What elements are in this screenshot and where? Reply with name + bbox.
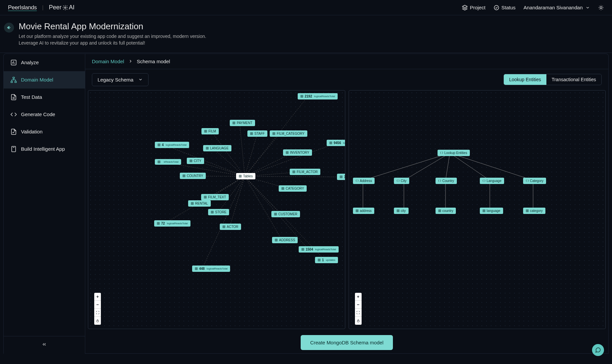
graph-stat-node[interactable]: kReadsTotal <box>155 159 181 165</box>
rocket-icon <box>10 146 17 152</box>
sidebar-item-test-data[interactable]: Test Data <box>4 89 85 106</box>
table-icon <box>482 209 485 212</box>
graph-node[interactable]: STAFF <box>247 130 267 137</box>
entity-node[interactable]: Country <box>436 178 457 184</box>
graph-node[interactable]: FILM_CATEGORY <box>270 130 307 137</box>
table-icon <box>232 121 235 124</box>
graph-node[interactable]: ACTOR <box>220 224 241 230</box>
chevron-down-icon <box>138 77 143 82</box>
svg-line-155 <box>450 153 533 180</box>
table-node[interactable]: language <box>480 208 503 214</box>
graph-stat-node[interactable]: 448logicalReadsTotal <box>192 266 230 272</box>
zoom-fit[interactable] <box>94 309 101 317</box>
graph-stat-node[interactable]: 1updates <box>315 257 338 263</box>
table-icon <box>397 209 400 212</box>
svg-line-45 <box>202 176 245 269</box>
zoom-lock[interactable] <box>355 317 362 325</box>
table-icon <box>281 187 284 190</box>
graph-node[interactable]: FILM <box>201 128 219 134</box>
braces-icon <box>397 179 400 182</box>
lookup-entities-panel[interactable]: Lookup Entities + − AddressCityCountryLa… <box>349 90 606 329</box>
table-icon <box>526 209 529 212</box>
entity-node[interactable]: Language <box>480 178 504 184</box>
graph-stat-node[interactable]: 11200 <box>337 174 345 180</box>
graph-edges <box>349 91 606 329</box>
graph-stat-node[interactable]: 1504logicalReadsTotal <box>299 246 339 253</box>
graph-stat-node[interactable]: 2192logicalReadsTotal <box>298 93 338 99</box>
zoom-in[interactable]: + <box>94 293 101 301</box>
table-icon <box>211 211 214 214</box>
braces-icon <box>438 179 441 182</box>
logo-peerai[interactable]: Peer AI <box>49 4 75 11</box>
zoom-fit[interactable] <box>355 309 362 317</box>
graph-stat-node[interactable]: 9456logicalRea <box>327 140 345 146</box>
zoom-out[interactable]: − <box>355 301 362 309</box>
root-node[interactable]: Lookup Entities <box>438 150 470 156</box>
svg-line-34 <box>245 176 281 214</box>
chat-fab[interactable] <box>592 344 604 356</box>
graph-node[interactable]: COUNTRY <box>180 173 206 179</box>
sidebar-collapse[interactable] <box>4 336 85 354</box>
entity-node[interactable]: Category <box>523 178 546 184</box>
topbar: PeerIslands | Peer AI Project Status Ana… <box>0 0 612 15</box>
graph-node[interactable]: INVENTORY <box>283 149 312 156</box>
zoom-out[interactable]: − <box>94 301 101 309</box>
table-node[interactable]: city <box>394 208 409 214</box>
svg-rect-11 <box>11 81 13 83</box>
back-button[interactable] <box>4 23 14 33</box>
graph-stat-node[interactable]: 4logicalReadsTotal <box>155 142 189 148</box>
graph-node[interactable]: LANGUAGE <box>203 145 231 151</box>
sidebar-item-analyze[interactable]: Analyze <box>4 54 85 71</box>
toggle-lookup-entities[interactable]: Lookup Entities <box>504 74 546 85</box>
theme-icon[interactable] <box>598 5 604 11</box>
gear-icon <box>62 5 68 11</box>
status-link[interactable]: Status <box>493 5 516 11</box>
graph-node[interactable]: CITY <box>187 158 204 164</box>
table-icon <box>340 175 343 178</box>
zoom-in[interactable]: + <box>355 293 362 301</box>
table-icon <box>157 143 160 146</box>
graph-node[interactable]: FILM_TEXT <box>201 194 229 200</box>
sidebar-item-label: Validation <box>21 129 43 134</box>
graph-node[interactable]: PAYMENT <box>230 120 255 126</box>
entity-node[interactable]: City <box>394 178 409 184</box>
svg-line-153 <box>446 153 450 180</box>
svg-line-23 <box>245 134 257 176</box>
graph-node[interactable]: CUSTOMER <box>271 211 300 217</box>
create-schema-button[interactable]: Create MongoDB Schema model <box>301 335 393 350</box>
svg-line-25 <box>213 148 245 176</box>
table-icon <box>250 132 253 135</box>
breadcrumb-domain-model[interactable]: Domain Model <box>92 59 124 64</box>
svg-line-26 <box>245 153 293 176</box>
legacy-schema-panel[interactable]: Tables + − PAYMENTFILMSTAFFFILM_CATEGORY… <box>88 90 345 329</box>
sidebar-item-domain-model[interactable]: Domain Model <box>4 71 85 89</box>
table-node[interactable]: address <box>353 208 375 214</box>
svg-line-24 <box>245 134 280 176</box>
toggle-transactional-entities[interactable]: Transactional Entities <box>546 74 601 85</box>
schema-dropdown[interactable]: Legacy Schema <box>92 73 149 86</box>
graph-center-node[interactable]: Tables <box>236 173 255 179</box>
sidebar-item-validation[interactable]: Validation <box>4 123 85 140</box>
zoom-lock[interactable] <box>94 317 101 325</box>
svg-marker-1 <box>462 5 467 8</box>
sidebar-item-build-intelligent-app[interactable]: Build Intelligent App <box>4 140 85 158</box>
graph-node[interactable]: CATEGORY <box>279 185 307 192</box>
table-node[interactable]: category <box>523 208 545 214</box>
graph-node[interactable]: ADDRESS <box>272 237 298 243</box>
svg-line-41 <box>245 176 345 177</box>
table-icon <box>318 259 321 262</box>
logo-peerislands[interactable]: PeerIslands <box>8 4 37 11</box>
graph-node[interactable]: RENTAL <box>188 200 211 207</box>
body: Analyze Domain Model Test Data Generate … <box>0 53 612 354</box>
graph-stat-node[interactable]: 72logicalReadsTotal <box>154 220 190 227</box>
entity-node[interactable]: Address <box>353 178 375 184</box>
table-node[interactable]: country <box>436 208 456 214</box>
graph-node[interactable]: STORE <box>208 209 229 215</box>
project-link[interactable]: Project <box>462 5 485 11</box>
svg-line-21 <box>240 123 245 176</box>
table-icon <box>204 130 207 133</box>
user-menu[interactable]: Anandaraman Sivanandan <box>523 5 590 10</box>
sidebar-item-generate-code[interactable]: Generate Code <box>4 106 85 123</box>
graph-node[interactable]: FILM_ACTOR <box>290 169 320 175</box>
table-icon <box>301 248 304 251</box>
